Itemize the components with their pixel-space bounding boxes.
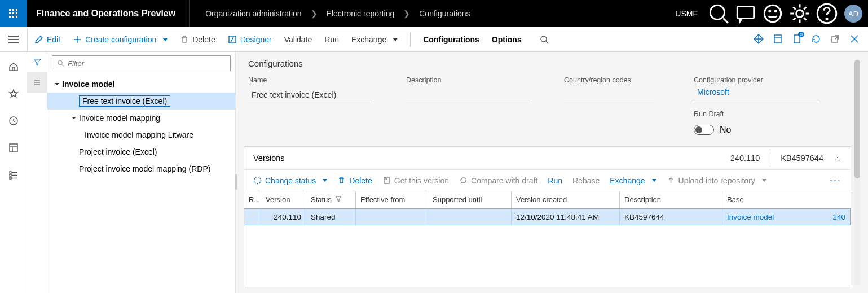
divider: [410, 32, 411, 47]
tree-node-project-invoice-rdp[interactable]: Project invoice model mapping (RDP): [47, 160, 235, 177]
tree-node-invoice-model-mapping[interactable]: Invoice model mapping: [47, 110, 235, 126]
base-version-link[interactable]: 240: [832, 213, 845, 221]
splitter-handle[interactable]: [233, 170, 239, 193]
versions-grid: R... Version Status Effective from Suppo…: [244, 191, 851, 225]
delete-button[interactable]: Delete: [180, 35, 215, 44]
tree-node-mapping-litware[interactable]: Invoice model mapping Litware: [47, 126, 235, 143]
star-icon: [8, 89, 19, 99]
scrollbar[interactable]: [854, 60, 860, 285]
col-effective[interactable]: Effective from: [356, 191, 428, 208]
globe-button[interactable]: [753, 33, 764, 46]
compare-draft-button: Compare with draft: [459, 176, 537, 185]
country-input[interactable]: [564, 88, 654, 102]
nav-toggle[interactable]: [0, 27, 27, 52]
home-icon: [8, 62, 19, 72]
tree-filter-input[interactable]: [68, 59, 226, 68]
chevron-up-icon[interactable]: [834, 154, 841, 162]
notification-button[interactable]: 0: [791, 33, 803, 46]
cmd-label: Configurations: [423, 35, 479, 44]
hamburger-icon: [8, 36, 19, 43]
toggle-value: No: [720, 125, 731, 135]
version-delete-button[interactable]: Delete: [337, 176, 372, 185]
feedback-button[interactable]: [761, 0, 785, 27]
command-bar-right: 0: [753, 33, 868, 46]
waffle-icon: [8, 8, 19, 19]
breadcrumb-item[interactable]: Organization administration: [205, 9, 301, 18]
cell-supported: [428, 209, 512, 225]
description-input[interactable]: [406, 88, 530, 102]
nav-home[interactable]: [0, 59, 27, 75]
versions-header[interactable]: Versions 240.110 KB4597644: [244, 147, 851, 169]
nav-workspaces[interactable]: [0, 140, 27, 156]
cell-effective: [356, 209, 428, 225]
cell-r: [244, 209, 261, 225]
detail-pane: Configurations Name Description Country/…: [236, 52, 868, 293]
search-button[interactable]: [707, 0, 730, 27]
detail-header: Configurations Name Description Country/…: [236, 52, 868, 139]
grid-icon: [8, 143, 19, 153]
edit-button[interactable]: Edit: [34, 35, 60, 44]
validate-button[interactable]: Validate: [284, 35, 312, 44]
versions-panel: Versions 240.110 KB4597644 Change status…: [244, 146, 851, 287]
tree-filter[interactable]: [52, 55, 231, 71]
search-icon: [57, 59, 64, 67]
grid-row[interactable]: 240.110 Shared 12/10/2020 11:48:41 AM KB…: [244, 208, 851, 225]
run-draft-toggle[interactable]: [694, 125, 714, 135]
related-info-toggle[interactable]: [27, 72, 47, 93]
chevron-down-icon: [52, 81, 62, 87]
tree-node-free-text-invoice[interactable]: Free text invoice (Excel): [47, 93, 235, 110]
nav-recent[interactable]: [0, 113, 27, 129]
messages-button[interactable]: [734, 0, 757, 27]
version-run-button[interactable]: Run: [548, 176, 562, 185]
options-menu[interactable]: Options: [492, 35, 522, 44]
tree-node-project-invoice-excel[interactable]: Project invoice (Excel): [47, 143, 235, 160]
version-exchange-button[interactable]: Exchange: [610, 176, 656, 185]
create-configuration-button[interactable]: Create configuration: [73, 35, 168, 44]
designer-button[interactable]: Designer: [228, 35, 272, 44]
more-actions-button[interactable]: ···: [830, 174, 841, 186]
close-button[interactable]: [849, 33, 860, 46]
popout-button[interactable]: [830, 33, 841, 46]
tree-node-root[interactable]: Invoice model: [47, 76, 235, 93]
provider-link[interactable]: Microsoft: [694, 88, 818, 102]
run-button[interactable]: Run: [324, 35, 339, 44]
attachments-button[interactable]: [772, 33, 783, 46]
field-label: Configuration provider: [694, 76, 823, 84]
svg-rect-7: [12, 16, 14, 18]
funnel-icon: [332, 195, 342, 204]
nav-modules[interactable]: [0, 167, 27, 183]
svg-rect-26: [774, 35, 781, 43]
col-created[interactable]: Version created: [512, 191, 620, 208]
refresh-button[interactable]: [810, 33, 822, 46]
scrollbar-thumb[interactable]: [854, 60, 860, 178]
change-status-button[interactable]: Change status: [253, 176, 327, 185]
nav-favorites[interactable]: [0, 86, 27, 102]
settings-button[interactable]: [788, 0, 812, 27]
btn-label: Exchange: [610, 176, 645, 185]
col-base[interactable]: Base: [722, 191, 851, 208]
svg-point-44: [58, 60, 62, 64]
col-description[interactable]: Description: [620, 191, 722, 208]
chevron-right-icon: ❯: [403, 9, 410, 18]
cmd-label: Options: [492, 35, 522, 44]
base-link[interactable]: Invoice model: [727, 213, 774, 221]
name-input[interactable]: [248, 88, 372, 102]
workspace: Invoice model Free text invoice (Excel) …: [0, 52, 868, 293]
breadcrumb-item[interactable]: Configurations: [419, 9, 470, 18]
col-supported[interactable]: Supported until: [428, 191, 512, 208]
col-r[interactable]: R...: [244, 191, 261, 208]
exchange-button[interactable]: Exchange: [351, 35, 398, 44]
col-status[interactable]: Status: [306, 191, 356, 208]
filter-pane-toggle[interactable]: [27, 52, 47, 72]
app-launcher[interactable]: [0, 0, 27, 27]
btn-label: Upload into repository: [678, 176, 755, 185]
cmd-label: Edit: [47, 35, 60, 44]
help-button[interactable]: [815, 0, 839, 27]
rebase-button: Rebase: [572, 176, 600, 185]
breadcrumb-item[interactable]: Electronic reporting: [327, 9, 395, 18]
configurations-menu[interactable]: Configurations: [423, 35, 479, 44]
company-code[interactable]: USMF: [675, 9, 698, 18]
col-version[interactable]: Version: [261, 191, 306, 208]
avatar[interactable]: AD: [844, 5, 862, 23]
page-search-button[interactable]: [540, 35, 549, 44]
